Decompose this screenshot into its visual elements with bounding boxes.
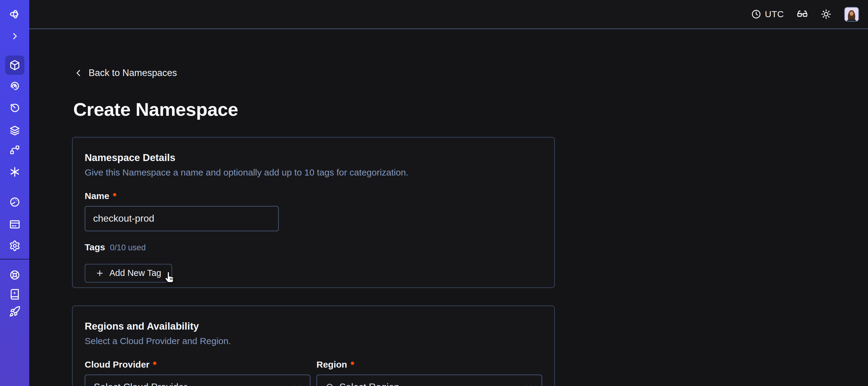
theme-toggle-button[interactable] (821, 9, 832, 20)
required-dot (351, 362, 354, 365)
required-dot (113, 193, 116, 196)
deployments-branch-icon (9, 144, 20, 155)
tags-label-row: Tags 0/10 used (85, 242, 542, 253)
usage-gauge-icon (9, 196, 21, 208)
docs-book-icon (9, 289, 21, 300)
cloud-provider-field: Cloud Provider Select Cloud Provider (85, 347, 310, 386)
topbar: UTC (29, 0, 868, 29)
tags-label: Tags (85, 242, 105, 253)
feedback-button[interactable] (797, 8, 808, 20)
app-root: UTC (0, 0, 868, 386)
region-select[interactable]: Select Region (316, 375, 542, 386)
name-label-row: Name (85, 191, 542, 201)
namespace-name-input[interactable] (85, 206, 279, 231)
search-icon (326, 383, 335, 386)
sidebar-item-schedules[interactable] (5, 98, 24, 117)
sidebar-item-nexus[interactable] (5, 162, 24, 182)
glasses-icon (797, 8, 808, 20)
cloud-provider-placeholder: Select Cloud Provider (94, 382, 287, 386)
back-link-label: Back to Namespaces (89, 67, 177, 79)
provider-region-grid: Cloud Provider Select Cloud Provider Reg… (85, 347, 542, 386)
page-title: Create Namespace (73, 99, 868, 120)
getting-started-rocket-icon (9, 306, 21, 317)
region-field: Region Select Region (316, 347, 542, 386)
plus-icon (96, 269, 104, 277)
sidebar (0, 0, 29, 386)
sidebar-expand-button[interactable] (5, 27, 24, 46)
card-subtitle: Select a Cloud Provider and Region. (85, 335, 542, 347)
sidebar-item-billing[interactable] (5, 215, 24, 234)
back-link[interactable]: Back to Namespaces (75, 67, 177, 79)
sidebar-item-insights[interactable] (5, 76, 24, 96)
tags-usage-count: 0/10 used (110, 243, 146, 253)
card-title: Namespace Details (85, 151, 542, 164)
card-subtitle: Give this Namespace a name and optionall… (85, 167, 542, 178)
cloud-provider-select[interactable]: Select Cloud Provider (85, 375, 310, 386)
required-dot (153, 362, 156, 365)
cloud-provider-label: Cloud Provider (85, 359, 150, 370)
temporal-logo (5, 5, 24, 24)
namespaces-cube-icon (9, 59, 21, 71)
sidebar-item-namespaces[interactable] (5, 56, 24, 75)
card-title: Regions and Availability (85, 320, 542, 332)
sidebar-item-docs[interactable] (5, 285, 24, 304)
timezone-selector[interactable]: UTC (751, 9, 784, 19)
timezone-label: UTC (765, 9, 784, 19)
add-new-tag-button[interactable]: Add New Tag (85, 264, 172, 283)
schedules-timer-icon (9, 102, 20, 113)
regions-availability-card: Regions and Availability Select a Cloud … (72, 305, 555, 386)
chevron-down-icon (292, 382, 301, 386)
sidebar-item-usage[interactable] (5, 192, 24, 212)
billing-card-icon (9, 219, 21, 230)
region-placeholder: Select Region (339, 382, 519, 386)
chevron-left-icon (75, 68, 83, 78)
layers-icon (9, 125, 21, 136)
sidebar-item-worker-deployments[interactable] (5, 121, 24, 140)
sun-icon (821, 9, 832, 20)
settings-gear-icon (9, 240, 21, 251)
sidebar-item-deployments[interactable] (5, 140, 24, 159)
namespace-details-card: Namespace Details Give this Namespace a … (72, 137, 555, 288)
region-label: Region (316, 359, 347, 370)
sidebar-item-getting-started[interactable] (5, 302, 24, 321)
avatar-image (845, 7, 858, 21)
add-new-tag-label: Add New Tag (110, 268, 161, 278)
name-label: Name (85, 191, 110, 201)
sidebar-item-settings[interactable] (5, 236, 24, 256)
nexus-asterisk-icon (9, 166, 21, 178)
chevron-down-icon (524, 382, 533, 386)
support-wheel-icon (9, 269, 21, 281)
user-avatar[interactable] (844, 7, 859, 22)
main-content: Back to Namespaces Create Namespace Name… (29, 29, 868, 386)
insights-spiral-icon (9, 81, 20, 91)
clock-icon (751, 9, 761, 19)
sidebar-item-support[interactable] (5, 265, 24, 285)
sidebar-divider (0, 259, 29, 260)
